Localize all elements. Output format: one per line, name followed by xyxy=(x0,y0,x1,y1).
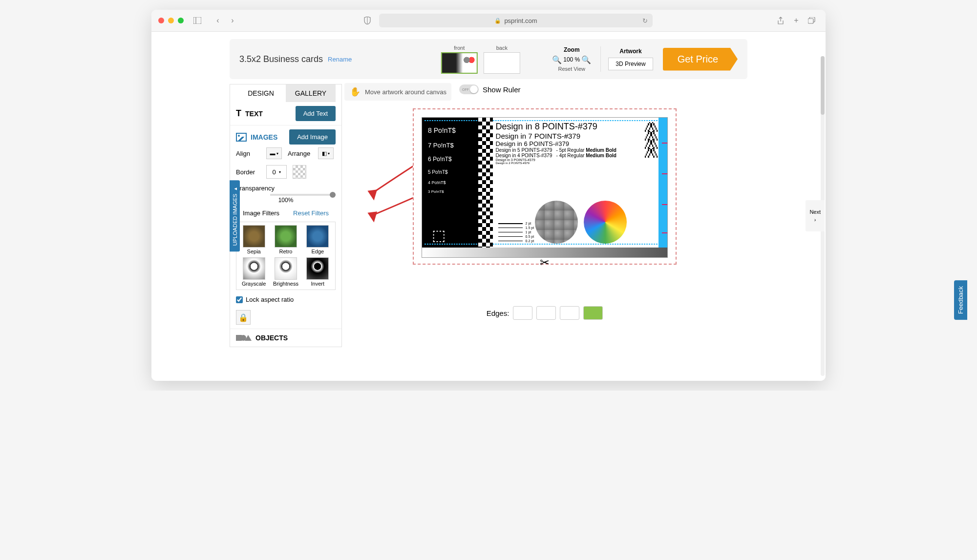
transparency-slider[interactable] xyxy=(270,194,336,196)
chevron-right-icon: › xyxy=(814,217,816,223)
zoom-in-icon[interactable]: 🔍 xyxy=(582,55,591,64)
canvas-area: 8 Po!nT$ 7 Po!nT$ 6 Po!nT$ 5 Po!nT$ 4 Po… xyxy=(342,84,747,347)
svg-marker-6 xyxy=(369,212,376,221)
top-bar: 3.5x2 Business cards Rename front back Z… xyxy=(230,39,747,79)
lock-icon: 🔒 xyxy=(494,18,501,24)
filters-label: Image Filters xyxy=(243,209,279,217)
transparency-value: 100% xyxy=(236,197,336,204)
next-tab[interactable]: Next › xyxy=(806,200,825,231)
get-price-button[interactable]: Get Price xyxy=(663,48,738,71)
right-text-column: Design in 8 POINTS-#379 Design in 7 POIN… xyxy=(496,122,663,165)
lock-aspect-label: Lock aspect ratio xyxy=(246,296,294,303)
shield-icon[interactable] xyxy=(361,14,374,27)
zoom-out-icon[interactable]: 🔍 xyxy=(552,55,561,64)
border-color-swatch[interactable] xyxy=(293,165,306,179)
border-label: Border xyxy=(236,168,260,176)
left-panel: DESIGN GALLERY T TEXT Add Text xyxy=(230,84,342,347)
url-bar[interactable]: 🔒 psprint.com ↻ xyxy=(379,14,653,27)
svg-marker-5 xyxy=(369,190,376,199)
filter-invert[interactable]: Invert xyxy=(303,257,332,287)
new-tab-icon[interactable]: + xyxy=(789,14,803,27)
svg-rect-0 xyxy=(193,17,201,24)
transparency-label: Transparency xyxy=(236,185,275,192)
forward-icon[interactable]: › xyxy=(226,14,239,27)
front-thumbnail[interactable] xyxy=(441,52,478,74)
filter-brightness[interactable]: Brightness xyxy=(271,257,300,287)
color-sample-image xyxy=(584,201,627,244)
lock-aspect-checkbox[interactable] xyxy=(236,296,243,303)
share-icon[interactable] xyxy=(774,14,787,27)
scissors-icon: ✂ xyxy=(540,256,550,270)
arrange-button[interactable]: ◧▾ xyxy=(318,147,334,159)
align-button[interactable]: ▬▾ xyxy=(266,147,282,159)
zoom-label: Zoom xyxy=(564,46,580,53)
url-text: psprint.com xyxy=(504,17,537,24)
reset-filters-link[interactable]: Reset Filters xyxy=(293,209,329,217)
filter-sepia[interactable]: Sepia xyxy=(239,225,268,254)
border-input[interactable]: 0▾ xyxy=(266,165,287,179)
align-label: Align xyxy=(236,150,260,157)
tab-gallery[interactable]: GALLERY xyxy=(286,84,336,102)
add-image-button[interactable]: Add Image xyxy=(289,129,336,145)
tab-design[interactable]: DESIGN xyxy=(236,84,286,102)
filter-grayscale[interactable]: Grayscale xyxy=(239,257,268,287)
text-icon: T xyxy=(236,108,241,119)
artwork-canvas[interactable]: 8 Po!nT$ 7 Po!nT$ 6 Po!nT$ 5 Po!nT$ 4 Po… xyxy=(413,108,677,265)
refresh-icon[interactable]: ↻ xyxy=(642,17,648,24)
front-label: front xyxy=(454,45,465,51)
reset-view-link[interactable]: Reset View xyxy=(558,66,585,72)
edges-label: Edges: xyxy=(487,309,510,317)
images-section-label: IMAGES xyxy=(251,133,277,141)
objects-label: OBJECTS xyxy=(255,334,288,342)
filter-edge[interactable]: Edge xyxy=(303,225,332,254)
grayscale-sample-image xyxy=(535,201,578,244)
uploaded-images-tab[interactable]: UPLOADED IMAGES ▸ xyxy=(230,180,240,251)
zoom-value: 100 % xyxy=(563,56,580,63)
cube-icon: ⬚ xyxy=(432,227,446,244)
image-icon xyxy=(236,133,247,142)
edge-option-4[interactable] xyxy=(583,306,603,320)
filter-retro[interactable]: Retro xyxy=(271,225,300,254)
sidebar-toggle-icon[interactable] xyxy=(191,14,204,27)
crop-marks xyxy=(656,118,668,257)
edge-option-1[interactable] xyxy=(513,306,532,320)
artwork-label: Artwork xyxy=(619,48,641,55)
edge-option-3[interactable] xyxy=(560,306,579,320)
tabs-icon[interactable] xyxy=(805,14,819,27)
minimize-window-icon[interactable] xyxy=(168,18,174,23)
svg-rect-4 xyxy=(808,19,813,23)
arrange-label: Arrange xyxy=(288,150,312,157)
preview-3d-button[interactable]: 3D Preview xyxy=(608,58,653,70)
product-title: 3.5x2 Business cards xyxy=(239,54,323,64)
shapes-icon xyxy=(236,335,252,341)
maximize-window-icon[interactable] xyxy=(178,18,184,23)
browser-chrome: ‹ › 🔒 psprint.com ↻ + xyxy=(151,10,826,32)
checker-pattern xyxy=(478,118,493,257)
left-text-column: 8 Po!nT$ 7 Po!nT$ 6 Po!nT$ 5 Po!nT$ 4 Po… xyxy=(428,123,456,197)
text-section-label: TEXT xyxy=(245,110,263,118)
back-thumbnail[interactable] xyxy=(484,52,520,74)
rename-link[interactable]: Rename xyxy=(328,56,352,63)
edge-option-2[interactable] xyxy=(536,306,556,320)
lock-button[interactable]: 🔒 xyxy=(236,310,251,325)
back-label: back xyxy=(496,45,508,51)
line-weight-samples: 2 pt 1.5 pt 1 pt 0.5 pt 0.2 pt xyxy=(498,221,534,244)
back-icon[interactable]: ‹ xyxy=(211,14,225,27)
add-text-button[interactable]: Add Text xyxy=(296,106,336,121)
close-window-icon[interactable] xyxy=(158,18,164,23)
feedback-tab[interactable]: Feedback xyxy=(954,280,967,320)
